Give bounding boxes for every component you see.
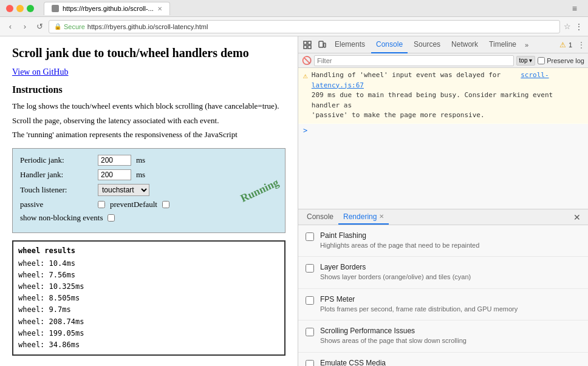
layer-borders-title: Layer Borders — [320, 263, 581, 271]
emulate-css-checkbox[interactable] — [306, 360, 314, 366]
devtools-inspect-button[interactable] — [301, 38, 314, 52]
log-line-6: wheel: 199.05ms — [18, 328, 279, 339]
console-source-link[interactable]: scroll-latency.js:67 — [312, 71, 549, 89]
tab-network-label: Network — [451, 40, 478, 49]
paint-flashing-desc: Highlights areas of the page that need t… — [320, 241, 581, 250]
fps-meter-checkbox[interactable] — [306, 296, 314, 305]
log-line-3: wheel: 8.505ms — [18, 293, 279, 304]
rendering-tab-rendering[interactable]: Rendering ✕ — [338, 209, 389, 225]
console-warning-message: ⚠ Handling of 'wheel' input event was de… — [298, 68, 588, 124]
passive-row: passive preventDefault — [20, 200, 278, 209]
top-level-filter: top ▾ — [516, 56, 536, 66]
tab-favicon — [52, 5, 59, 12]
svg-rect-0 — [304, 41, 307, 44]
tab-bar: https://rbyers.github.io/scroll-... ✕ — [44, 2, 170, 15]
close-window-button[interactable] — [6, 5, 13, 12]
github-link[interactable]: View on GitHub — [12, 67, 285, 77]
devtools-more-tabs[interactable]: » — [522, 41, 531, 49]
browser-window: https://rbyers.github.io/scroll-... ✕ ≡ … — [0, 0, 588, 366]
touch-listener-select[interactable]: touchstart touchmove — [98, 184, 149, 196]
svg-rect-3 — [308, 46, 311, 49]
browser-more-button[interactable]: ⋮ — [575, 22, 583, 32]
url-box[interactable]: 🔒 Secure https://rbyers.github.io/scroll… — [49, 20, 560, 33]
tab-console[interactable]: Console — [371, 36, 408, 53]
back-button[interactable]: ‹ — [5, 21, 16, 32]
tab-timeline[interactable]: Timeline — [484, 36, 521, 53]
scrolling-performance-desc: Shows areas of the page that slow down s… — [320, 336, 581, 345]
log-line-1: wheel: 7.56ms — [18, 269, 279, 281]
scroll-log-box: wheel results wheel: 10.4ms wheel: 7.56m… — [12, 240, 285, 356]
paint-flashing-option: Paint Flashing Highlights areas of the p… — [298, 225, 588, 257]
show-non-blocking-label: show non-blocking events — [20, 213, 103, 223]
bookmark-button[interactable]: ☆ — [564, 22, 571, 31]
rendering-tab-console[interactable]: Console — [302, 209, 338, 225]
console-toolbar: 🚫 top ▾ Preserve log — [298, 53, 588, 68]
svg-rect-1 — [308, 41, 311, 44]
handler-jank-row: Handler jank: ms — [20, 169, 278, 180]
console-filter-input[interactable] — [314, 55, 514, 66]
instructions-text-3: The 'running' animation represents the r… — [12, 129, 285, 141]
demo-controls-box: Periodic jank: ms Handler jank: ms Touch… — [12, 148, 285, 233]
preserve-log-checkbox[interactable] — [538, 57, 545, 64]
emulate-css-title: Emulate CSS Media — [320, 359, 581, 366]
periodic-jank-label: Periodic jank: — [20, 155, 93, 165]
window-menu-button[interactable]: ≡ — [572, 4, 577, 13]
minimize-window-button[interactable] — [16, 5, 24, 12]
passive-checkbox[interactable] — [98, 201, 105, 208]
paint-flashing-checkbox[interactable] — [306, 232, 314, 241]
tab-sources-label: Sources — [414, 40, 440, 49]
prevent-default-checkbox[interactable] — [162, 201, 169, 208]
tab-network[interactable]: Network — [446, 36, 483, 53]
tab-close-button[interactable]: ✕ — [157, 5, 162, 12]
layer-borders-checkbox[interactable] — [306, 264, 314, 273]
rendering-tab-label: Rendering — [343, 212, 377, 221]
show-non-blocking-row: show non-blocking events — [20, 213, 278, 223]
alert-count: 1 — [569, 41, 572, 49]
console-prompt-symbol: > — [303, 126, 307, 135]
console-message-text: Handling of 'wheel' input event was dela… — [312, 70, 583, 121]
handler-jank-input[interactable] — [98, 169, 131, 180]
scrolling-performance-option: Scrolling Performance Issues Shows areas… — [298, 320, 588, 352]
log-line: wheel results — [18, 245, 279, 257]
tab-elements[interactable]: Elements — [330, 36, 370, 53]
log-line-0: wheel: 10.4ms — [18, 258, 279, 269]
console-clear-button[interactable]: 🚫 — [302, 56, 312, 66]
instructions-text-2: Scroll the page, observing the latency a… — [12, 115, 285, 127]
handler-jank-label: Handler jank: — [20, 170, 93, 180]
devtools-panel: Elements Console Sources Network Timelin… — [298, 36, 588, 366]
rendering-tab-close-button[interactable]: ✕ — [379, 213, 384, 220]
show-non-blocking-checkbox[interactable] — [108, 214, 115, 222]
devtools-device-button[interactable] — [315, 38, 329, 52]
instructions-text-1: The log shows the touch/wheel events whi… — [12, 100, 285, 112]
periodic-jank-input[interactable] — [98, 155, 131, 166]
instructions-heading: Instructions — [12, 84, 285, 95]
top-level-filter-button[interactable]: top ▾ — [516, 56, 536, 66]
console-messages-area: ⚠ Handling of 'wheel' input event was de… — [298, 68, 588, 209]
tab-sources[interactable]: Sources — [409, 36, 445, 53]
tab-timeline-label: Timeline — [489, 40, 516, 49]
reload-button[interactable]: ↺ — [34, 21, 45, 32]
rendering-tabbar: Console Rendering ✕ ✕ — [298, 209, 588, 225]
title-bar: https://rbyers.github.io/scroll-... ✕ ≡ — [0, 0, 588, 17]
svg-rect-2 — [304, 46, 307, 49]
periodic-jank-row: Periodic jank: ms — [20, 155, 278, 166]
fps-meter-title: FPS Meter — [320, 295, 581, 303]
passive-label: passive — [20, 200, 93, 209]
page-title: Scroll jank due to touch/wheel handlers … — [12, 46, 285, 60]
rendering-tab-console-label: Console — [307, 212, 333, 221]
fps-meter-option: FPS Meter Plots frames per second, frame… — [298, 289, 588, 320]
scrolling-performance-checkbox[interactable] — [306, 328, 314, 336]
address-bar: ‹ › ↺ 🔒 Secure https://rbyers.github.io/… — [0, 17, 588, 36]
console-prompt-row: > — [298, 124, 588, 137]
rendering-options-panel: Paint Flashing Highlights areas of the p… — [298, 225, 588, 366]
svg-rect-5 — [324, 43, 326, 47]
forward-button[interactable]: › — [19, 21, 30, 32]
touch-listener-label: Touch listener: — [20, 185, 93, 195]
warning-icon: ⚠ — [303, 71, 308, 80]
secure-label: Secure — [64, 23, 85, 30]
maximize-window-button[interactable] — [27, 5, 34, 12]
rendering-panel-close-button[interactable]: ✕ — [570, 209, 584, 225]
browser-tab[interactable]: https://rbyers.github.io/scroll-... ✕ — [44, 2, 170, 15]
tab-console-label: Console — [376, 40, 403, 49]
devtools-settings-button[interactable]: ⋮ — [577, 40, 586, 50]
